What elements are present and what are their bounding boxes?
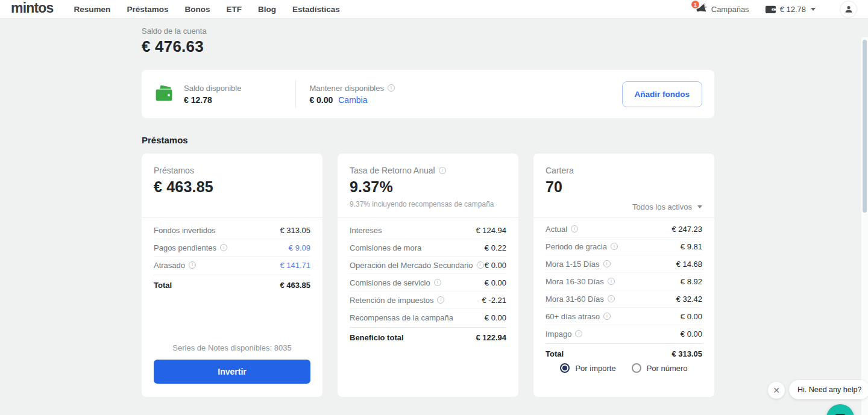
row-label: Mora 16-30 Díasi (546, 277, 615, 286)
top-nav: mintos ResumenPréstamosBonosETFBlogEstad… (0, 0, 868, 19)
nav-item-blog[interactable]: Blog (258, 5, 276, 14)
radio-by-number-label: Por número (647, 364, 688, 373)
row-label: Periodo de graciai (546, 242, 618, 251)
radio-by-amount-label: Por importe (575, 364, 615, 373)
info-icon[interactable]: i (611, 243, 618, 250)
nav-item-prestamos[interactable]: Préstamos (127, 5, 168, 14)
info-icon[interactable]: i (437, 296, 444, 304)
table-row: Atrasadoi€ 141.71 (154, 257, 310, 273)
table-row: Mora 16-30 Díasi€ 8.92 (546, 273, 702, 290)
row-label: Actuali (546, 225, 578, 234)
change-link[interactable]: Cambia (338, 95, 367, 105)
keep-available-value: € 0.00 (309, 95, 333, 105)
info-icon[interactable]: i (571, 225, 578, 232)
megaphone-icon: 1 (695, 3, 707, 15)
nav-item-etf[interactable]: ETF (226, 5, 242, 14)
row-label: 60+ días atrasoi (546, 312, 611, 321)
available-balance-label: Saldo disponible (184, 84, 241, 93)
radio-unselected-icon (632, 363, 641, 373)
info-icon[interactable]: i (608, 278, 615, 285)
nav-item-bonos[interactable]: Bonos (184, 5, 210, 14)
portfolio-count: 70 (546, 178, 702, 196)
table-row: Operación del Mercado Secundarioi€ 0.00 (350, 257, 506, 274)
available-balance-value: € 12.78 (184, 95, 241, 105)
add-funds-button[interactable]: Añadir fondos (622, 81, 703, 107)
row-value: € 0.00 (485, 313, 506, 322)
row-value: € 8.92 (681, 277, 702, 286)
row-label: Comisiones de servicioi (350, 278, 441, 287)
loans-card-amount: € 463.85 (154, 178, 310, 196)
table-row: Recompensas de la campaña€ 0.00 (350, 309, 506, 326)
table-row: Mora 31-60 Díasi€ 32.42 (546, 290, 702, 308)
wallet-green-icon (154, 84, 174, 104)
total-value: € 122.94 (476, 333, 506, 342)
table-row: 60+ días atrasoi€ 0.00 (546, 308, 702, 325)
chevron-down-icon (811, 8, 816, 11)
nav-item-estadisticas[interactable]: Estadísticas (292, 5, 340, 14)
row-label: Mora 31-60 Díasi (546, 295, 615, 304)
scrollbar[interactable] (863, 40, 867, 213)
assets-filter-label: Todos los activos (632, 202, 692, 211)
table-row: Comisiones de mora€ 0.22 (350, 239, 506, 257)
chevron-down-icon (697, 205, 702, 208)
chat-launcher-button[interactable] (826, 404, 854, 415)
row-label: Comisiones de mora (350, 243, 421, 252)
table-row: Intereses€ 124.94 (350, 222, 506, 239)
nav-items: ResumenPréstamosBonosETFBlogEstadísticas (74, 5, 340, 14)
annual-return-card: Tasa de Retorno Anual i 9.37% 9.37% incl… (338, 154, 518, 397)
info-icon[interactable]: i (439, 167, 446, 174)
assets-filter-dropdown[interactable]: Todos los activos (632, 202, 702, 211)
table-row: Comisiones de servicioi€ 0.00 (350, 274, 506, 292)
main-content: Saldo de la cuenta € 476.63 Saldo dispon… (0, 19, 868, 415)
info-icon[interactable]: i (603, 260, 611, 267)
row-label: Operación del Mercado Secundarioi (350, 261, 484, 270)
row-label: Mora 1-15 Díasi (546, 260, 611, 269)
return-rate-value: 9.37% (350, 178, 506, 196)
row-value: € 0.00 (485, 261, 506, 270)
table-row: Mora 1-15 Díasi€ 14.68 (546, 255, 702, 273)
person-icon (843, 4, 854, 14)
info-icon[interactable]: i (477, 261, 484, 269)
divider (295, 80, 296, 108)
nav-item-resumen[interactable]: Resumen (74, 5, 111, 14)
row-value: € 9.81 (681, 242, 702, 251)
nav-right: 1 Campañas € 12.78 (695, 1, 857, 18)
mintos-logo[interactable]: mintos (11, 1, 54, 17)
section-title-loans: Préstamos (142, 135, 714, 145)
info-icon[interactable]: i (608, 295, 615, 302)
row-value: € 14.68 (676, 260, 702, 269)
info-icon[interactable]: i (388, 84, 395, 92)
table-row: Retención de impuestosi€ -2.21 (350, 292, 506, 309)
close-icon: ✕ (773, 385, 780, 395)
info-icon[interactable]: i (189, 261, 196, 269)
return-card-title: Tasa de Retorno Anual (350, 166, 435, 175)
row-label: Pagos pendientesi (154, 243, 227, 252)
info-icon[interactable]: i (603, 313, 611, 320)
loans-total-row: Total € 463.85 (142, 275, 322, 295)
row-value: € -2.21 (482, 296, 506, 305)
portfolio-card: Cartera 70 Todos los activos Actuali€ 24… (533, 154, 714, 397)
chat-close-button[interactable]: ✕ (768, 382, 785, 399)
portfolio-total-row: Total € 313.05 (533, 344, 714, 364)
radio-by-number[interactable]: Por número (632, 363, 688, 373)
table-row: Pagos pendientesi€ 9.09 (154, 239, 310, 257)
return-total-row: Beneficio total € 122.94 (338, 328, 518, 348)
total-value: € 463.85 (280, 281, 310, 290)
user-avatar[interactable] (840, 1, 857, 18)
campaigns-menu[interactable]: 1 Campañas (695, 3, 749, 15)
wallet-icon (765, 4, 776, 14)
row-label: Intereses (350, 226, 382, 235)
wallet-balance-menu[interactable]: € 12.78 (765, 4, 816, 14)
notification-badge: 1 (691, 1, 699, 8)
loans-card-title: Préstamos (154, 166, 310, 175)
keep-available-label: Mantener disponibles (309, 84, 384, 93)
info-icon[interactable]: i (220, 244, 227, 251)
info-icon[interactable]: i (434, 279, 441, 286)
info-icon[interactable]: i (575, 330, 582, 337)
row-label: Retención de impuestosi (350, 296, 444, 305)
account-balance-value: € 476.63 (142, 37, 714, 56)
total-label: Beneficio total (350, 333, 404, 342)
radio-by-amount[interactable]: Por importe (560, 363, 615, 373)
invest-button[interactable]: Invertir (154, 360, 310, 384)
chat-greeting-bubble[interactable]: Hi. Need any help? (789, 380, 868, 399)
